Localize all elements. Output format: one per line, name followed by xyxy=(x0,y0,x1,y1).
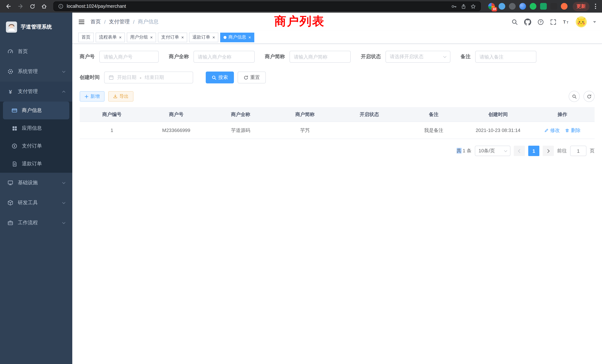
app-navbar: 首页 / 支付管理 / 商户信息 ? xyxy=(72,13,602,31)
close-tab-icon[interactable]: × xyxy=(248,35,251,40)
back-icon[interactable] xyxy=(4,1,13,11)
plus-icon xyxy=(85,94,89,98)
browser-update-button[interactable]: 更新 xyxy=(573,2,589,11)
close-tab-icon[interactable]: × xyxy=(212,35,215,40)
pagination: 共 1 条 10条/页 1 前往 页 xyxy=(80,146,595,156)
close-tab-icon[interactable]: × xyxy=(119,35,122,40)
tab-user-group[interactable]: 用户分组 × xyxy=(127,32,156,42)
reload-icon[interactable] xyxy=(27,1,37,11)
create-time-range-picker[interactable]: 开始日期 - 结束日期 xyxy=(104,72,193,83)
user-avatar[interactable] xyxy=(576,16,587,27)
logo-avatar xyxy=(6,21,17,33)
remark-input[interactable] xyxy=(475,51,536,63)
calendar-icon xyxy=(109,75,114,80)
close-tab-icon[interactable]: × xyxy=(181,35,184,40)
search-icon[interactable] xyxy=(512,19,518,25)
extension-icon[interactable]: 10 xyxy=(488,3,495,10)
create-time-label: 创建时间 xyxy=(80,74,104,81)
reset-button[interactable]: 重置 xyxy=(238,72,266,83)
extension-icon[interactable] xyxy=(530,3,536,10)
extension-icon[interactable] xyxy=(499,3,505,10)
prev-page-button[interactable] xyxy=(514,146,525,156)
forward-icon[interactable] xyxy=(16,1,25,11)
sidebar-item-merchant-info[interactable]: 商户信息 xyxy=(3,102,69,119)
bookmark-star-icon[interactable] xyxy=(470,3,476,9)
sidebar-item-home[interactable]: 首页 xyxy=(0,42,72,62)
browser-toolbar: localhost:1024/pay/merchant 10 xyxy=(0,0,602,13)
avatar-caret-icon[interactable] xyxy=(593,21,596,23)
cell-merchant-no: M233666999 xyxy=(144,128,208,133)
breadcrumb-home[interactable]: 首页 xyxy=(90,19,101,25)
merchant-no-input[interactable] xyxy=(99,51,159,63)
breadcrumb-current: 商户信息 xyxy=(138,19,159,25)
merchant-no-label: 商户号 xyxy=(80,53,99,60)
add-button[interactable]: 新增 xyxy=(80,91,105,102)
fullscreen-icon[interactable] xyxy=(550,19,556,25)
extension-icon[interactable] xyxy=(519,3,526,10)
sidebar-item-pay-order[interactable]: ¥ 支付订单 xyxy=(0,137,72,155)
extension-icon[interactable] xyxy=(550,3,557,10)
download-icon xyxy=(113,94,118,99)
chevron-down-icon xyxy=(62,181,65,184)
search-button[interactable]: 搜索 xyxy=(206,72,234,83)
sidebar-item-app-info[interactable]: 应用信息 xyxy=(0,119,72,137)
chevron-down-icon xyxy=(62,221,65,224)
end-date-placeholder[interactable]: 结束日期 xyxy=(145,74,164,81)
sidebar-item-infrastructure[interactable]: 基础设施 xyxy=(0,173,72,193)
extension-icon[interactable] xyxy=(540,3,547,10)
tab-pay-order[interactable]: 支付订单 × xyxy=(158,32,187,42)
profile-avatar-icon[interactable] xyxy=(561,3,568,10)
sidebar-item-label: 商户信息 xyxy=(22,107,42,114)
tab-merchant-info[interactable]: 商户信息 × xyxy=(220,32,254,42)
cell-merchant-id: 1 xyxy=(80,128,144,133)
browser-menu-icon[interactable] xyxy=(592,4,598,9)
page-number-button[interactable]: 1 xyxy=(528,146,539,156)
sidebar: 芋道管理系统 首页 系统管理 ¥ 支付管理 xyxy=(0,13,72,364)
sidebar-item-refund-order[interactable]: 退款订单 xyxy=(0,155,72,173)
sidebar-item-label: 支付管理 xyxy=(18,88,38,95)
tab-home[interactable]: 首页 xyxy=(78,32,94,42)
yen-icon: ¥ xyxy=(7,88,14,95)
sidebar-item-label: 研发工具 xyxy=(18,199,38,206)
sidebar-item-dev-tools[interactable]: 研发工具 xyxy=(0,193,72,213)
document-icon xyxy=(11,161,18,167)
password-key-icon[interactable] xyxy=(451,3,457,9)
chevron-down-icon xyxy=(504,149,507,152)
refresh-table-button[interactable] xyxy=(583,91,595,102)
close-tab-icon[interactable]: × xyxy=(150,35,153,40)
delete-link[interactable]: 删除 xyxy=(565,127,580,134)
breadcrumb-payment[interactable]: 支付管理 xyxy=(109,19,130,25)
edit-link[interactable]: 修改 xyxy=(544,127,560,134)
svg-text:T: T xyxy=(567,21,569,24)
next-page-button[interactable] xyxy=(543,146,554,156)
start-date-placeholder[interactable]: 开始日期 xyxy=(117,74,136,81)
font-size-icon[interactable]: TT xyxy=(563,19,569,25)
extension-icon[interactable] xyxy=(509,3,516,10)
goto-page-input[interactable] xyxy=(570,146,586,156)
chevron-down-icon xyxy=(62,201,65,204)
site-info-icon[interactable] xyxy=(58,4,63,9)
url-bar[interactable]: localhost:1024/pay/merchant xyxy=(53,1,481,11)
app-logo[interactable]: 芋道管理系统 xyxy=(0,13,72,42)
tab-refund-order[interactable]: 退款订单 × xyxy=(189,32,218,42)
collapse-sidebar-icon[interactable] xyxy=(78,19,85,25)
merchant-short-name-input[interactable] xyxy=(289,51,351,63)
status-select[interactable]: 请选择开启状态 xyxy=(385,51,450,63)
sidebar-item-payment[interactable]: ¥ 支付管理 xyxy=(0,82,72,102)
export-button[interactable]: 导出 xyxy=(108,91,133,102)
sidebar-item-label: 系统管理 xyxy=(18,68,38,75)
help-icon[interactable]: ? xyxy=(538,19,544,25)
pagination-total: 共 1 条 xyxy=(456,148,472,154)
toggle-search-button[interactable] xyxy=(569,91,580,102)
sidebar-item-label: 支付订单 xyxy=(22,143,42,149)
merchant-name-input[interactable] xyxy=(193,51,255,63)
tab-process-form[interactable]: 流程表单 × xyxy=(96,32,125,42)
github-icon[interactable] xyxy=(524,18,531,25)
home-icon[interactable] xyxy=(39,1,49,11)
share-icon[interactable] xyxy=(461,3,466,9)
sidebar-item-system[interactable]: 系统管理 xyxy=(0,62,72,82)
sidebar-item-workflow[interactable]: 工作流程 xyxy=(0,213,72,233)
page-size-select[interactable]: 10条/页 xyxy=(475,146,510,156)
bank-card-icon xyxy=(11,107,18,113)
grid-icon xyxy=(11,126,18,131)
